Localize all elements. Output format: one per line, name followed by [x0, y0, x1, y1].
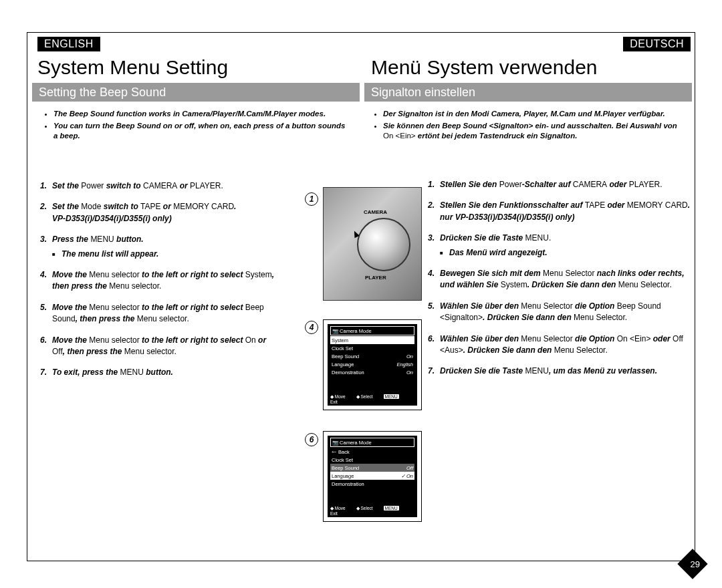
- dial-wheel-icon: [357, 218, 410, 271]
- power-dial-figure: CAMERA PLAYER: [323, 187, 422, 301]
- intro-en-1: The Beep Sound function works in Camera/…: [53, 109, 349, 120]
- section-heading-de: Signalton einstellen: [364, 83, 692, 102]
- step-de-3: 3. Drücken Sie die Taste MENU. Das Menü …: [428, 233, 692, 259]
- osd4-row-clock: Clock Set: [330, 344, 414, 352]
- osd6-row-beep: Beep SoundOff: [330, 464, 414, 472]
- step-de-2: 2. Stellen Sie den Funktionsschalter auf…: [428, 200, 692, 223]
- osd6-footer: ◆ Move◆ SelectMENU Exit: [330, 506, 414, 516]
- step-de-5: 5. Wählen Sie über den Menu Selector die…: [428, 301, 692, 324]
- figure-badge-6: 6: [305, 433, 318, 446]
- osd-screenshot-4: 📷 Camera Mode System Clock Set Beep Soun…: [323, 319, 422, 410]
- intro-de: Der Signalton ist in den Modi Camera, Pl…: [371, 109, 679, 143]
- steps-en: 1. Set the Power switch to CAMERA or PLA…: [40, 180, 281, 388]
- page-number-value: 29: [691, 559, 700, 569]
- section-heading-en: Setting the Beep Sound: [32, 83, 360, 102]
- osd6-row-demo: Demonstration: [330, 480, 414, 488]
- step-de-4: 4. Bewegen Sie sich mit dem Menu Selecto…: [428, 268, 692, 291]
- step-en-5: 5. Move the Menu selector to the left or…: [40, 302, 281, 325]
- osd6-row-back: 🡐 Back: [330, 448, 414, 456]
- step-en-7: 7. To exit, press the MENU button.: [40, 367, 281, 378]
- osd6-title: 📷 Camera Mode: [330, 438, 414, 447]
- osd4-row-system: System: [330, 336, 414, 344]
- page-title-en: System Menu Setting: [37, 56, 228, 79]
- lang-tab-english: ENGLISH: [37, 37, 100, 51]
- step-de-1: 1. Stellen Sie den Power-Schalter auf CA…: [428, 179, 692, 190]
- osd4-title: 📷 Camera Mode: [330, 326, 414, 335]
- dial-label-player: PLAYER: [365, 275, 386, 281]
- lang-tab-deutsch: DEUTSCH: [623, 37, 691, 51]
- step-en-2: 2. Set the Mode switch to TAPE or MEMORY…: [40, 201, 281, 225]
- osd6-row-language: Language✓ On: [330, 472, 414, 480]
- intro-de-1: Der Signalton ist in den Modi Camera, Pl…: [383, 109, 679, 120]
- step-de-3-sub: Das Menü wird angezeigt.: [440, 247, 692, 259]
- osd-screenshot-6: 📷 Camera Mode 🡐 Back Clock Set Beep Soun…: [323, 431, 422, 522]
- osd4-row-language: LanguageEnglish: [330, 360, 414, 368]
- step-en-6: 6. Move the Menu selector to the left or…: [40, 335, 281, 358]
- step-en-3-sub: The menu list will appear.: [52, 249, 281, 260]
- osd4-footer: ◆ Move◆ SelectMENU Exit: [330, 394, 414, 404]
- dial-label-camera: CAMERA: [364, 209, 387, 215]
- page-title-de: Menü System verwenden: [371, 56, 598, 79]
- figure-badge-1: 1: [305, 192, 318, 206]
- intro-en-2: You can turn the Beep Sound on or off, w…: [53, 121, 349, 142]
- osd4-row-beep: Beep SoundOn: [330, 352, 414, 360]
- step-de-7: 7. Drücken Sie die Taste MENU, um das Me…: [428, 365, 692, 377]
- step-en-3: 3. Press the MENU button. The menu list …: [40, 234, 281, 260]
- step-en-4: 4. Move the Menu selector to the left or…: [40, 269, 281, 293]
- figure-badge-4: 4: [305, 321, 318, 334]
- step-de-6: 6. Wählen Sie über den Menu Selector die…: [428, 333, 692, 357]
- step-en-1: 1. Set the Power switch to CAMERA or PLA…: [40, 180, 281, 192]
- osd4-row-demo: DemonstrationOn: [330, 368, 414, 376]
- intro-de-2: Sie können den Beep Sound <Signalton> ei…: [383, 121, 679, 142]
- steps-de: 1. Stellen Sie den Power-Schalter auf CA…: [428, 179, 692, 387]
- intro-en: The Beep Sound function works in Camera/…: [41, 109, 349, 143]
- osd6-row-clock: Clock Set: [330, 456, 414, 464]
